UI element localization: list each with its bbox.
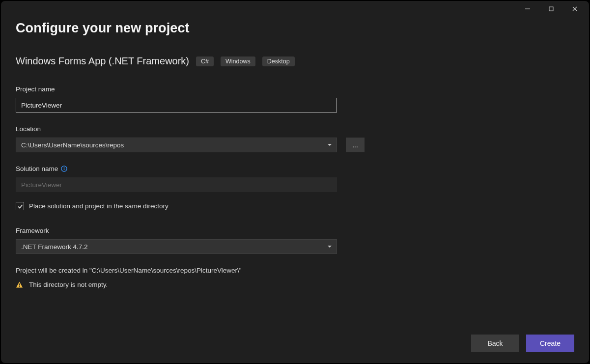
tag-language: C# — [196, 56, 214, 66]
warning-icon — [16, 281, 23, 288]
project-path-message: Project will be created in "C:\Users\Use… — [16, 267, 574, 274]
project-name-field: Project name — [16, 85, 574, 112]
maximize-icon — [548, 6, 554, 12]
info-icon[interactable] — [61, 166, 67, 172]
location-value: C:\Users\UserName\sources\repos — [21, 141, 124, 149]
tag-type: Desktop — [262, 56, 295, 66]
minimize-button[interactable] — [516, 1, 539, 17]
dialog-window: Configure your new project Windows Forms… — [1, 1, 589, 363]
location-dropdown[interactable]: C:\Users\UserName\sources\repos — [16, 138, 337, 152]
close-button[interactable] — [563, 1, 586, 17]
warning-text: This directory is not empty. — [29, 281, 108, 288]
project-name-input[interactable] — [16, 98, 337, 112]
svg-rect-6 — [64, 168, 64, 170]
page-title: Configure your new project — [16, 21, 574, 36]
warning-row: This directory is not empty. — [16, 281, 574, 288]
framework-dropdown[interactable]: .NET Framework 4.7.2 — [16, 239, 337, 254]
location-label: Location — [16, 125, 574, 133]
tag-platform: Windows — [221, 56, 255, 66]
location-field: Location C:\Users\UserName\sources\repos… — [16, 125, 574, 152]
same-directory-label: Place solution and project in the same d… — [29, 202, 169, 210]
dialog-footer: Back Create — [471, 335, 574, 352]
dialog-content: Configure your new project Windows Forms… — [1, 17, 589, 303]
solution-name-label: Solution name — [16, 165, 574, 172]
create-button[interactable]: Create — [526, 335, 574, 352]
minimize-icon — [525, 6, 531, 12]
svg-point-5 — [64, 167, 65, 168]
window-titlebar — [1, 1, 589, 17]
solution-name-field: Solution name PictureViewer — [16, 165, 574, 192]
template-row: Windows Forms App (.NET Framework) C# Wi… — [16, 56, 574, 67]
maximize-button[interactable] — [540, 1, 562, 17]
project-name-label: Project name — [16, 85, 574, 93]
chevron-down-icon — [328, 144, 332, 146]
framework-value: .NET Framework 4.7.2 — [21, 243, 88, 251]
solution-name-input: PictureViewer — [16, 177, 337, 192]
close-icon — [572, 6, 578, 12]
browse-location-button[interactable]: ... — [346, 138, 365, 152]
same-directory-row: Place solution and project in the same d… — [16, 202, 574, 210]
svg-rect-9 — [19, 286, 20, 287]
same-directory-checkbox[interactable] — [16, 202, 24, 210]
framework-field: Framework .NET Framework 4.7.2 — [16, 227, 574, 254]
back-button[interactable]: Back — [471, 335, 519, 352]
svg-rect-8 — [19, 283, 20, 285]
checkmark-icon — [17, 203, 23, 209]
chevron-down-icon — [328, 246, 332, 248]
svg-rect-1 — [549, 7, 553, 11]
framework-label: Framework — [16, 227, 574, 234]
template-name: Windows Forms App (.NET Framework) — [16, 56, 189, 67]
